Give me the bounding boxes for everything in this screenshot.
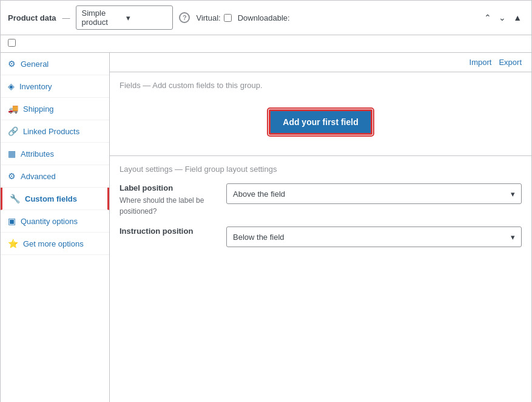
sidebar-item-general[interactable]: ⚙ General [1, 53, 109, 75]
label-position-row: Label position Where should the label be… [120, 183, 522, 217]
panel-title: Product data [8, 13, 56, 22]
shipping-icon: 🚚 [8, 104, 18, 114]
label-position-select[interactable]: Above the field ▾ [226, 183, 522, 204]
fields-section-dash: — [143, 81, 152, 90]
sidebar-item-shipping[interactable]: 🚚 Shipping [1, 98, 109, 120]
instruction-position-row: Instruction position Below the field ▾ [120, 227, 522, 247]
checkbox-row [1, 35, 531, 53]
advanced-icon: ⚙ [8, 171, 16, 181]
label-position-control: Above the field ▾ [226, 183, 522, 217]
chevron-group: ⌃ ⌄ ▲ [482, 12, 524, 24]
instruction-position-select[interactable]: Below the field ▾ [226, 227, 522, 247]
sidebar-label-general: General [21, 60, 49, 69]
content-area: Import Export Fields — Add custom fields… [110, 53, 531, 402]
layout-section-description: Field group layout settings [185, 165, 277, 174]
general-icon: ⚙ [8, 59, 16, 69]
sidebar-label-shipping: Shipping [23, 104, 54, 114]
label-position-description: Where should the label be positioned? [120, 195, 217, 217]
inventory-icon: ◈ [8, 81, 15, 91]
attributes-icon: ▦ [8, 149, 16, 158]
quantity-options-icon: ▣ [8, 216, 16, 226]
instruction-position-arrow: ▾ [511, 233, 515, 242]
product-type-arrow: ▾ [126, 13, 167, 22]
sidebar-label-attributes: Attributes [21, 149, 54, 158]
help-icon[interactable]: ? [179, 12, 190, 23]
chevron-down-btn[interactable]: ⌄ [496, 12, 508, 24]
label-position-label-col: Label position Where should the label be… [120, 183, 217, 217]
sidebar-item-custom-fields[interactable]: 🔧 Custom fields [1, 188, 109, 210]
sidebar-item-quantity-options[interactable]: ▣ Quantity options [1, 210, 109, 233]
product-data-panel: Product data — Simple product ▾ ? Virtua… [0, 0, 532, 402]
sidebar-item-get-more-options[interactable]: ⭐ Get more options [1, 233, 109, 255]
content-toolbar: Import Export [110, 53, 531, 72]
label-position-label: Label position [120, 183, 217, 192]
product-type-select[interactable]: Simple product ▾ [76, 5, 173, 30]
title-separator: — [62, 13, 70, 22]
export-link[interactable]: Export [499, 58, 522, 67]
panel-checkbox[interactable] [8, 39, 16, 47]
layout-settings-section: Layout settings — Field group layout set… [110, 156, 531, 265]
sidebar: ⚙ General ◈ Inventory 🚚 Shipping 🔗 Linke… [1, 53, 110, 402]
downloadable-label: Downloadable: [238, 13, 290, 22]
linked-products-icon: 🔗 [8, 126, 18, 136]
sidebar-label-linked-products: Linked Products [23, 127, 79, 136]
instruction-position-label-col: Instruction position [120, 227, 217, 247]
add-first-field-button[interactable]: Add your first field [269, 109, 372, 135]
sidebar-label-inventory: Inventory [19, 82, 52, 91]
virtual-label: Virtual: [196, 13, 231, 22]
chevron-expand-btn[interactable]: ▲ [511, 12, 524, 24]
product-type-value: Simple product [81, 9, 123, 27]
label-position-value: Above the field [233, 189, 285, 199]
label-position-arrow: ▾ [511, 189, 515, 199]
fields-section-title: Fields — Add custom fields to this group… [120, 81, 522, 90]
add-field-area: Add your first field [120, 97, 522, 147]
instruction-position-label: Instruction position [120, 227, 217, 236]
fields-section: Fields — Add custom fields to this group… [110, 72, 531, 156]
instruction-position-control: Below the field ▾ [226, 227, 522, 247]
sidebar-item-linked-products[interactable]: 🔗 Linked Products [1, 120, 109, 143]
instruction-position-value: Below the field [233, 233, 285, 242]
virtual-checkbox[interactable] [224, 14, 232, 22]
chevron-up-btn[interactable]: ⌃ [482, 12, 494, 24]
sidebar-item-advanced[interactable]: ⚙ Advanced [1, 165, 109, 188]
fields-section-description: Add custom fields to this group. [152, 81, 262, 90]
sidebar-label-advanced: Advanced [21, 172, 56, 181]
main-layout: ⚙ General ◈ Inventory 🚚 Shipping 🔗 Linke… [1, 53, 531, 402]
custom-fields-icon: 🔧 [10, 194, 20, 203]
sidebar-label-get-more-options: Get more options [23, 239, 84, 248]
panel-header: Product data — Simple product ▾ ? Virtua… [1, 1, 531, 35]
sidebar-item-inventory[interactable]: ◈ Inventory [1, 75, 109, 98]
layout-section-title: Layout settings — Field group layout set… [120, 165, 522, 174]
sidebar-label-custom-fields: Custom fields [25, 194, 77, 203]
get-more-options-icon: ⭐ [8, 239, 18, 248]
sidebar-item-attributes[interactable]: ▦ Attributes [1, 143, 109, 165]
import-link[interactable]: Import [470, 58, 492, 67]
sidebar-label-quantity-options: Quantity options [21, 217, 78, 226]
